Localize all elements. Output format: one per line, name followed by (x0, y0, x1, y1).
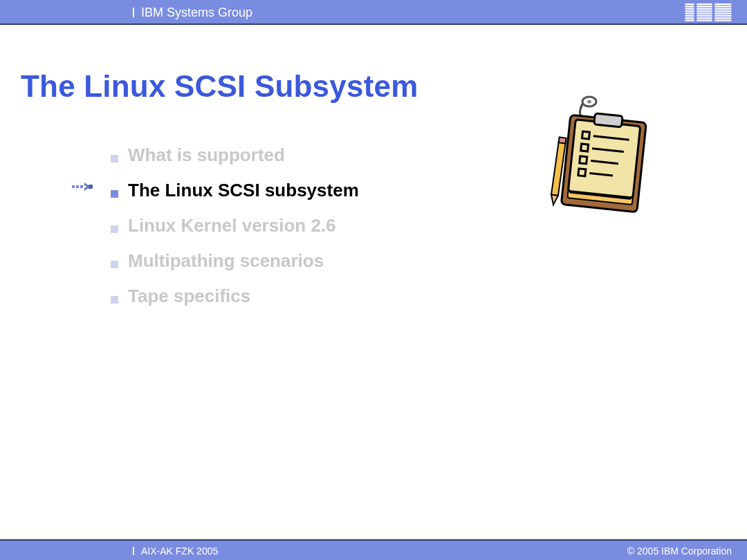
footer-left-label: AIX-AK FZK 2005 (133, 541, 218, 560)
svg-rect-4 (685, 12, 732, 14)
agenda-item: Tape specifics (111, 286, 359, 307)
header-group-text: IBM Systems Group (141, 0, 252, 25)
agenda-item: Linux Kernel version 2.6 (111, 215, 359, 236)
svg-rect-34 (559, 137, 566, 143)
clipboard-clipart-icon (531, 93, 663, 225)
svg-rect-2 (685, 8, 732, 10)
svg-rect-10 (72, 185, 75, 188)
footer-bar: AIX-AK FZK 2005 © 2005 IBM Corporation (0, 539, 747, 560)
agenda-item-label: The Linux SCSI subsystem (128, 180, 359, 201)
bullet-icon (111, 155, 118, 162)
svg-rect-6 (685, 17, 732, 19)
footer-copyright: © 2005 IBM Corporation (627, 545, 732, 557)
agenda-item-label: Tape specifics (128, 286, 250, 307)
footer-left-text: AIX-AK FZK 2005 (141, 541, 218, 560)
bullet-icon (111, 296, 118, 304)
agenda-item-label: What is supported (128, 144, 285, 166)
slide: IBM Systems Group (0, 0, 747, 560)
agenda-item-label: Multipathing scenarios (128, 250, 324, 272)
svg-rect-22 (594, 113, 622, 127)
agenda-item-label: Linux Kernel version 2.6 (128, 215, 336, 236)
svg-rect-9 (712, 3, 715, 21)
bullet-icon (111, 225, 118, 233)
svg-rect-0 (685, 3, 732, 5)
svg-rect-3 (685, 10, 732, 12)
svg-rect-7 (685, 19, 732, 21)
current-topic-arrow-icon (72, 181, 100, 192)
ibm-logo-icon (683, 3, 733, 21)
svg-point-16 (587, 100, 591, 104)
bullet-icon (111, 190, 118, 198)
agenda-item: Multipathing scenarios (111, 250, 359, 272)
svg-rect-11 (76, 185, 79, 188)
agenda-list: What is supported The Linux SCSI subsyst… (111, 144, 359, 321)
agenda-item: The Linux SCSI subsystem (111, 180, 359, 201)
header-bar: IBM Systems Group (0, 0, 747, 25)
agenda-item: What is supported (111, 144, 359, 166)
svg-rect-1 (685, 6, 732, 7)
header-group-label: IBM Systems Group (133, 0, 252, 25)
svg-rect-5 (685, 15, 732, 17)
svg-rect-8 (694, 3, 697, 21)
bullet-icon (111, 261, 118, 268)
footer-right-label: © 2005 IBM Corporation (627, 541, 732, 560)
page-title: The Linux SCSI Subsystem (21, 69, 418, 104)
svg-rect-12 (80, 185, 83, 188)
svg-rect-14 (89, 185, 93, 189)
